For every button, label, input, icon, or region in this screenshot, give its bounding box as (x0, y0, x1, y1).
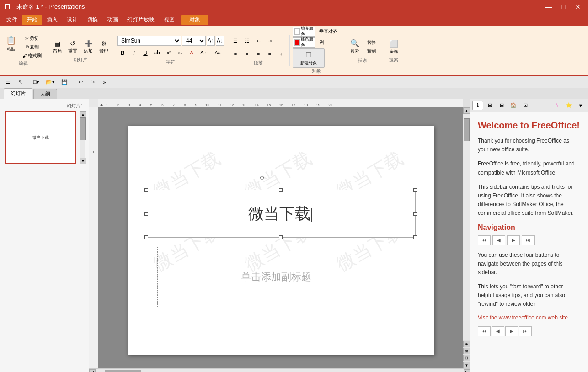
sidebar-link[interactable]: Visit the www.freeoffice.com web site (478, 314, 581, 321)
increase-font-size-button[interactable]: A↑ (207, 36, 215, 46)
underline-button[interactable]: U (140, 47, 151, 58)
new-object-button[interactable]: □ 新建对象 (293, 48, 325, 68)
bold-button[interactable]: B (117, 47, 128, 58)
new-file-button[interactable]: □▾ (31, 76, 42, 88)
sidebar-info-btn[interactable]: ℹ (472, 101, 483, 110)
align-right-button[interactable]: ≡ (253, 48, 264, 59)
add-slide-button[interactable]: ➕ 添加 (81, 38, 96, 56)
numbering-button[interactable]: ☷ (241, 35, 252, 47)
handle-rm[interactable] (413, 212, 417, 216)
canvas-scroll-left[interactable]: ◀ (89, 369, 96, 372)
close-button[interactable]: ✕ (572, 2, 584, 11)
canvas-hscroll-thumb[interactable] (105, 370, 141, 372)
outdent-button[interactable]: ⇤ (253, 35, 264, 47)
sidebar-nav-prev[interactable]: ◀ (492, 235, 505, 245)
sidebar-view-btn-1[interactable]: ⊞ (484, 101, 495, 110)
align-center-button[interactable]: ≡ (241, 48, 252, 59)
menu-animations[interactable]: 动画 (102, 15, 123, 25)
italic-button[interactable]: I (128, 47, 139, 58)
open-file-button[interactable]: 📂▾ (43, 76, 58, 88)
font-color-button[interactable]: A (186, 47, 197, 58)
paste-button[interactable]: 📋 粘贴 (3, 34, 19, 53)
font-size-select[interactable]: 44 (182, 36, 206, 46)
more-char-button[interactable]: Aa (212, 47, 223, 58)
bullets-button[interactable]: ☰ (230, 35, 241, 47)
maximize-button[interactable]: □ (557, 2, 570, 11)
manage-button[interactable]: ⚙ 管理 (96, 38, 111, 56)
slide-scroll-area[interactable]: 微当下载 微当下载 微当下载 微当下载 微当下载 微当下载 (98, 107, 463, 368)
slide-title-box[interactable]: 微当下载 (146, 190, 416, 238)
pointer-tool-button[interactable]: ↖ (15, 76, 26, 88)
subscript-button[interactable]: x₂ (175, 47, 186, 58)
canvas-scroll-right[interactable]: ▶ (464, 369, 470, 372)
handle-br[interactable] (413, 235, 417, 239)
zoom-width-btn[interactable]: ⊡ (463, 355, 470, 361)
handle-tr[interactable] (413, 188, 417, 192)
superscript-button[interactable]: x² (163, 47, 174, 58)
handle-tm[interactable] (279, 188, 283, 192)
sidebar-expand-btn[interactable]: ▼ (575, 101, 586, 110)
sidebar-nav-first[interactable]: ⏮ (478, 235, 491, 245)
handle-bm[interactable] (279, 235, 283, 239)
rotation-handle[interactable] (260, 176, 264, 180)
decrease-font-size-button[interactable]: A↓ (216, 36, 224, 46)
slide-scroll-up[interactable]: ▲ (80, 111, 86, 117)
font-name-select[interactable]: SimSun (117, 36, 181, 46)
sidebar-bottom-first[interactable]: ⏮ (478, 326, 491, 336)
zoom-height-btn[interactable]: ⊞ (463, 348, 470, 354)
align-left-button[interactable]: ≡ (230, 48, 241, 59)
handle-bl[interactable] (144, 235, 148, 239)
search-button[interactable]: 🔍 搜索 (346, 37, 363, 56)
goto-button[interactable]: 转到 (364, 47, 379, 55)
select-all-button[interactable]: ⬜ 全选 (385, 38, 402, 56)
canvas-scroll-thumb[interactable] (464, 118, 470, 141)
zoom-fit-btn[interactable]: ⊕ (463, 341, 470, 347)
sidebar-bottom-last[interactable]: ⏭ (519, 326, 532, 336)
line-spacing-button[interactable]: ↕ (276, 48, 287, 59)
layout-button[interactable]: ▦ 布局 (50, 38, 64, 56)
fill-color-selector[interactable]: 填充颜色 (293, 27, 315, 37)
menu-insert[interactable]: 插入 (42, 15, 62, 25)
menu-design[interactable]: 设计 (62, 15, 82, 25)
sidebar-nav-next[interactable]: ▶ (507, 235, 520, 245)
sidebar-nav-last[interactable]: ⏭ (522, 235, 535, 245)
menu-slideshow[interactable]: 幻灯片放映 (123, 15, 159, 25)
slide-scroll-thumb[interactable] (80, 117, 86, 140)
sidebar-view-btn-2[interactable]: ⊟ (496, 101, 507, 110)
tab-outline[interactable]: 大纲 (33, 89, 57, 99)
slide-subtitle-box[interactable]: 单击添加副标题 (157, 247, 395, 307)
tab-slides[interactable]: 幻灯片 (4, 88, 32, 99)
undo-button[interactable]: ↩ (75, 76, 86, 88)
more-quick-button[interactable]: » (99, 76, 110, 88)
slide-subtitle-placeholder[interactable]: 单击添加副标题 (241, 270, 311, 284)
menu-file[interactable]: 文件 (2, 15, 22, 25)
line-color-selector[interactable]: 线条颜色 (293, 37, 315, 48)
slide-title-text[interactable]: 微当下载 (248, 203, 314, 224)
format-paint-button[interactable]: 🖌 格式刷 (20, 52, 44, 60)
menu-transitions[interactable]: 切换 (82, 15, 102, 25)
menu-toggle-button[interactable]: ☰ (3, 76, 14, 88)
canvas-scroll-down[interactable]: ▼ (463, 362, 470, 368)
menu-object[interactable]: 对象 (181, 15, 208, 25)
reset-button[interactable]: ↺ 重置 (65, 38, 80, 56)
sidebar-star-2[interactable]: ⭐ (563, 101, 574, 110)
redo-button[interactable]: ↪ (87, 76, 98, 88)
handle-lm[interactable] (144, 212, 148, 216)
menu-home[interactable]: 开始 (22, 15, 42, 25)
copy-button[interactable]: ⧉ 复制 (20, 43, 44, 51)
sidebar-view-btn-4[interactable]: ⊡ (520, 101, 531, 110)
replace-button[interactable]: 替换 (364, 38, 379, 47)
strikethrough-button[interactable]: ab̶ (151, 47, 163, 58)
sidebar-view-btn-3[interactable]: 🏠 (508, 101, 519, 110)
sidebar-star-1[interactable]: ☆ (551, 101, 562, 110)
canvas-scroll-up[interactable]: ▲ (463, 107, 470, 114)
justify-button[interactable]: ≡ (264, 48, 275, 59)
sidebar-bottom-prev[interactable]: ◀ (492, 326, 504, 336)
indent-button[interactable]: ⇥ (264, 35, 275, 47)
slide-scroll-down[interactable]: ▼ (80, 158, 86, 164)
char-spacing-button[interactable]: A↔ (198, 47, 211, 58)
column-button[interactable]: 列 (316, 37, 327, 48)
save-button[interactable]: 💾 (59, 76, 70, 88)
vertical-align-button[interactable]: 垂直对齐 (316, 27, 340, 37)
handle-tl[interactable] (144, 188, 148, 192)
